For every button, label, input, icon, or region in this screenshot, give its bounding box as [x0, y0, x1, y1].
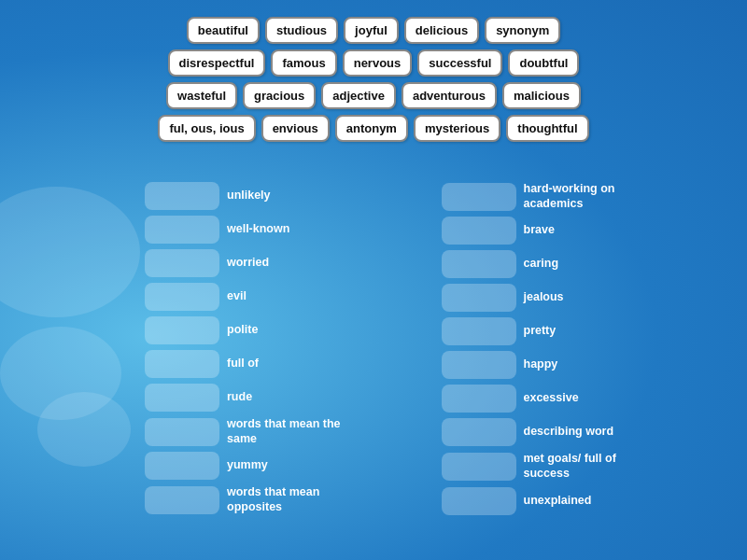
word-tile[interactable]: malicious: [502, 82, 581, 109]
drop-box[interactable]: [145, 316, 219, 344]
match-row: hard-working on academics: [442, 182, 739, 211]
match-label: worried: [227, 256, 269, 271]
word-tile[interactable]: studious: [265, 17, 338, 44]
word-tile[interactable]: joyful: [344, 17, 399, 44]
drop-box[interactable]: [145, 384, 219, 412]
match-row: unexplained: [442, 487, 739, 515]
drop-box[interactable]: [145, 418, 219, 446]
match-row: evil: [145, 283, 442, 311]
word-tile[interactable]: adventurous: [402, 82, 497, 109]
match-label: pretty: [524, 324, 557, 339]
drop-box[interactable]: [442, 418, 516, 446]
word-tile[interactable]: envious: [261, 115, 330, 142]
match-row: describing word: [442, 418, 739, 446]
match-row: full of: [145, 350, 442, 378]
drop-box[interactable]: [442, 487, 516, 515]
match-label: full of: [227, 357, 259, 371]
match-label: unexplained: [524, 494, 592, 509]
match-row: excessive: [442, 385, 739, 413]
word-tile[interactable]: adjective: [321, 82, 396, 109]
word-tile[interactable]: nervous: [343, 49, 413, 77]
drop-box[interactable]: [442, 385, 516, 413]
match-label: brave: [524, 223, 555, 238]
word-tile[interactable]: delicious: [404, 17, 479, 44]
match-label: rude: [227, 390, 252, 405]
match-row: happy: [442, 351, 739, 379]
word-tile[interactable]: successful: [417, 49, 502, 77]
drop-box[interactable]: [442, 217, 516, 245]
match-row: brave: [442, 217, 739, 245]
match-row: jealous: [442, 284, 739, 312]
match-row: rude: [145, 384, 442, 412]
right-column: hard-working on academicsbravecaringjeal…: [442, 182, 739, 515]
word-tile[interactable]: thoughtful: [506, 115, 588, 142]
match-label: words that mean the same: [227, 417, 367, 446]
match-row: unlikely: [145, 182, 442, 210]
word-tile[interactable]: wasteful: [166, 82, 237, 109]
word-tile[interactable]: disrespectful: [168, 49, 266, 77]
drop-box[interactable]: [145, 452, 219, 480]
drop-box[interactable]: [145, 216, 219, 244]
match-label: evil: [227, 289, 247, 304]
match-label: words that mean opposites: [227, 485, 367, 514]
match-label: hard-working on academics: [524, 182, 664, 211]
drop-box[interactable]: [145, 486, 219, 514]
match-label: well-known: [227, 222, 289, 237]
word-tile[interactable]: ful, ous, ious: [158, 115, 255, 142]
word-tile[interactable]: beautiful: [187, 17, 260, 44]
drop-box[interactable]: [145, 182, 219, 210]
word-tile[interactable]: doubtful: [508, 49, 579, 77]
match-row: caring: [442, 250, 739, 278]
drop-box[interactable]: [442, 317, 516, 345]
word-tile[interactable]: antonym: [335, 115, 408, 142]
match-row: polite: [145, 316, 442, 344]
match-label: unlikely: [227, 189, 271, 203]
drop-box[interactable]: [145, 249, 219, 277]
match-label: yummy: [227, 458, 268, 473]
match-row: words that mean opposites: [145, 485, 442, 514]
match-row: words that mean the same: [145, 417, 442, 446]
word-tile[interactable]: famous: [271, 49, 336, 77]
match-row: well-known: [145, 216, 442, 244]
match-label: excessive: [524, 391, 579, 406]
match-row: pretty: [442, 317, 739, 345]
drop-box[interactable]: [442, 284, 516, 312]
match-label: happy: [524, 357, 558, 372]
matching-area: unlikelywell-knownworriedevilpolitefull …: [145, 182, 738, 515]
word-bank: beautifulstudiousjoyfuldelicioussynonymd…: [145, 17, 602, 142]
match-label: describing word: [524, 425, 614, 440]
word-tile[interactable]: mysterious: [414, 115, 500, 142]
drop-box[interactable]: [145, 283, 219, 311]
match-row: yummy: [145, 452, 442, 480]
match-row: met goals/ full of success: [442, 452, 739, 481]
word-tile[interactable]: synonym: [485, 17, 560, 44]
match-row: worried: [145, 249, 442, 277]
left-column: unlikelywell-knownworriedevilpolitefull …: [145, 182, 442, 515]
match-label: polite: [227, 323, 258, 338]
match-label: met goals/ full of success: [524, 452, 664, 481]
drop-box[interactable]: [145, 350, 219, 378]
match-label: caring: [524, 257, 559, 272]
drop-box[interactable]: [442, 351, 516, 379]
drop-box[interactable]: [442, 250, 516, 278]
match-label: jealous: [524, 290, 564, 305]
word-tile[interactable]: gracious: [243, 82, 316, 109]
drop-box[interactable]: [442, 453, 516, 481]
drop-box[interactable]: [442, 183, 516, 211]
